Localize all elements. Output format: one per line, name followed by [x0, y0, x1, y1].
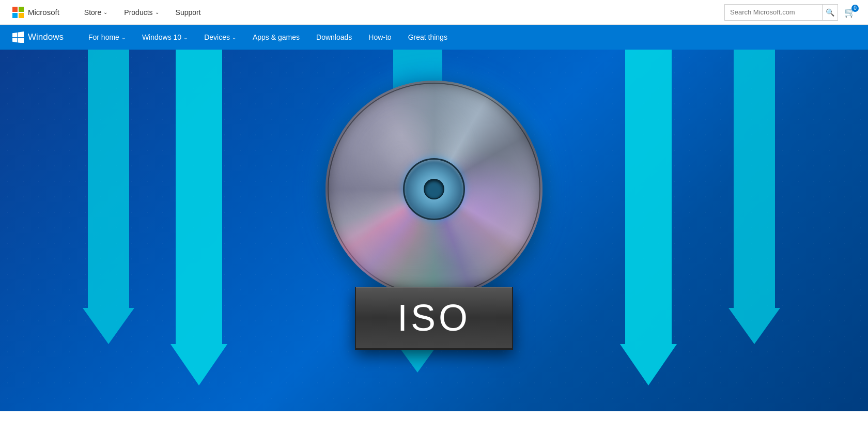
windows10-chevron-icon: ⌄	[183, 35, 188, 40]
top-nav-products[interactable]: Products ⌄	[116, 0, 167, 25]
arrow-1	[83, 50, 134, 344]
hero-section: ISO	[0, 50, 868, 411]
top-nav-links: Store ⌄ Products ⌄ Support	[76, 0, 724, 25]
win-nav-for-home[interactable]: For home ⌄	[80, 25, 134, 50]
arrow-2	[171, 50, 227, 385]
windows-logo[interactable]: Windows	[12, 32, 64, 43]
store-chevron-icon: ⌄	[103, 9, 107, 15]
win-nav-downloads[interactable]: Downloads	[308, 25, 360, 50]
disc-hole	[424, 179, 444, 199]
arrow-4	[620, 50, 677, 385]
search-button[interactable]: 🔍	[822, 4, 838, 21]
search-area: 🔍	[724, 4, 838, 21]
top-nav-store[interactable]: Store ⌄	[76, 0, 116, 25]
win-nav-howto[interactable]: How-to	[360, 25, 399, 50]
microsoft-logo[interactable]: Microsoft	[12, 7, 59, 18]
cd-disc	[326, 81, 542, 298]
win-nav-links: For home ⌄ Windows 10 ⌄ Devices ⌄ Apps &…	[80, 25, 456, 50]
disc-center-hub	[403, 158, 465, 220]
win-nav-apps-games[interactable]: Apps & games	[244, 25, 308, 50]
iso-label: ISO	[355, 287, 513, 350]
search-icon: 🔍	[826, 8, 834, 17]
ms-logo-grid	[12, 7, 24, 18]
devices-chevron-icon: ⌄	[232, 35, 236, 40]
windows-logo-icon	[12, 32, 24, 43]
top-navigation: Microsoft Store ⌄ Products ⌄ Support 🔍 🛒…	[0, 0, 868, 25]
win-nav-devices[interactable]: Devices ⌄	[196, 25, 244, 50]
disc-container: ISO	[326, 81, 542, 350]
for-home-chevron-icon: ⌄	[121, 35, 126, 40]
cart-icon[interactable]: 🛒0	[844, 7, 856, 18]
win-nav-windows10[interactable]: Windows 10 ⌄	[134, 25, 196, 50]
top-nav-support[interactable]: Support	[167, 0, 209, 25]
arrow-5	[729, 50, 780, 344]
ms-logo-text: Microsoft	[28, 8, 59, 17]
win-nav-great-things[interactable]: Great things	[400, 25, 456, 50]
products-chevron-icon: ⌄	[155, 9, 159, 15]
windows-navigation: Windows For home ⌄ Windows 10 ⌄ Devices …	[0, 25, 868, 50]
search-input[interactable]	[725, 5, 822, 20]
windows-logo-text: Windows	[28, 32, 64, 42]
